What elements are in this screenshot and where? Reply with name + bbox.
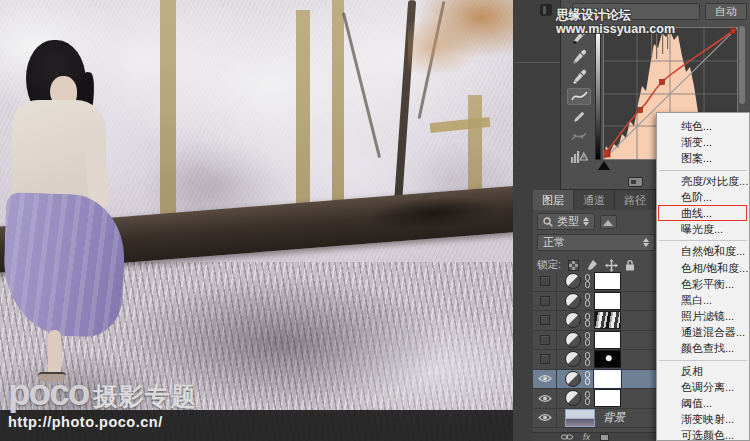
menu-item-pattern[interactable]: 图案... [657,150,749,166]
adjustment-layer-icon [565,273,581,289]
menu-item-color-lookup[interactable]: 颜色查找... [657,340,749,356]
layer-mask-thumbnail[interactable] [594,311,621,329]
histogram-warning-icon[interactable] [567,148,591,165]
clip-to-layer-icon[interactable] [628,177,643,187]
eye-icon [538,413,552,422]
lock-label: 锁定: [537,258,561,272]
mask-link-icon [584,313,591,328]
visibility-toggle[interactable] [533,409,557,428]
adjustment-layer-icon [565,332,581,348]
adjustment-layer-icon [565,371,581,387]
input-gradient-bar [595,27,601,160]
adjustment-layer-icon [565,293,581,309]
menu-item-gradient-map[interactable]: 渐变映射... [657,411,749,427]
mask-link-icon [584,332,591,347]
chevron-updown-icon [583,217,589,226]
hidden-eye-box [540,276,550,286]
menu-item-photo-filter[interactable]: 照片滤镜... [657,308,749,324]
lock-position-icon[interactable] [605,259,618,272]
background-layer-name: 背景 [603,410,625,425]
photoshop-window: 自动 [0,0,750,441]
link-layers-icon[interactable] [561,433,573,441]
gray-point-eyedropper-icon[interactable] [567,48,591,65]
poco-watermark: poco 摄影专题 http://photo.poco.cn/ [8,378,197,430]
visibility-toggle[interactable] [533,389,557,408]
layer-filter-select[interactable]: 类型 [537,213,595,230]
visibility-toggle[interactable] [533,292,557,311]
mask-link-icon [584,352,591,367]
collapsed-panel-icon[interactable] [540,4,552,16]
menu-item-invert[interactable]: 反相 [657,363,749,379]
menu-item-brightness-contrast[interactable]: 亮度/对比度... [657,173,749,189]
mask-link-icon [584,391,591,406]
chevron-updown-icon [643,238,649,247]
menu-item-channel-mixer[interactable]: 通道混合器... [657,324,749,340]
tab-paths[interactable]: 路径 [615,190,656,210]
poco-title: 摄影专题 [93,382,197,410]
adjustment-layer-icon [565,312,581,328]
lock-all-icon[interactable] [625,259,635,271]
menu-item-levels[interactable]: 色阶... [657,189,749,205]
layer-mask-thumbnail[interactable] [594,272,621,290]
layer-mask-thumbnail[interactable] [594,292,621,310]
menu-item-gradient[interactable]: 渐变... [657,134,749,150]
hidden-eye-box [540,354,550,364]
menu-item-posterize[interactable]: 色调分离... [657,379,749,395]
menu-item-selective-color[interactable]: 可选颜色... [657,427,749,441]
search-icon [543,217,553,227]
visibility-toggle[interactable] [533,350,557,369]
mask-link-icon [584,293,591,308]
eye-icon [538,394,552,403]
dock-separator [515,62,560,63]
poco-logo: poco [8,372,88,413]
mask-link-icon [584,274,591,289]
add-mask-icon[interactable] [600,434,609,441]
menu-item-curves-highlighted[interactable]: 曲线... [658,205,747,221]
layer-mask-thumbnail[interactable] [594,389,621,407]
visibility-toggle[interactable] [533,311,557,330]
menu-item-vibrance[interactable]: 自然饱和度... [657,243,749,259]
layer-filter-label: 类型 [557,214,579,229]
panel-scrollbar[interactable] [739,26,745,104]
menu-item-exposure[interactable]: 曝光度... [657,221,749,237]
tab-layers[interactable]: 图层 [533,190,574,210]
eye-icon [538,374,552,383]
forum-watermark: 思缘设计论坛 www.missyuan.com [556,8,750,36]
lock-paint-icon[interactable] [586,259,598,271]
poco-url: http://photo.poco.cn/ [8,414,197,430]
filter-pixel-layers-icon[interactable] [600,215,617,229]
menu-item-black-white[interactable]: 黑白... [657,292,749,308]
blend-mode-select[interactable]: 正常 [537,234,655,251]
menu-item-threshold[interactable]: 阈值... [657,395,749,411]
adjustment-layer-icon [565,390,581,406]
edit-curve-tool-icon[interactable] [567,88,591,105]
layer-mask-thumbnail[interactable] [594,350,621,368]
background-layer-thumbnail[interactable] [565,409,595,427]
menu-item-solid-color[interactable]: 纯色... [657,118,749,134]
hidden-eye-box [540,296,550,306]
pencil-tool-icon[interactable] [567,108,591,125]
layer-mask-thumbnail[interactable] [594,370,621,388]
smooth-curve-icon[interactable] [567,128,591,145]
adjustment-layer-icon [565,351,581,367]
layer-styles-icon[interactable]: fx [583,433,590,441]
lock-transparency-icon[interactable] [568,260,579,271]
white-point-eyedropper-icon[interactable] [567,68,591,85]
menu-item-hue-saturation[interactable]: 色相/饱和度... [657,260,749,276]
blend-mode-value: 正常 [543,235,565,250]
adjustment-layer-menu: 纯色... 渐变... 图案... 亮度/对比度... 色阶... 曲线... … [656,112,750,441]
visibility-toggle[interactable] [533,331,557,350]
visibility-toggle[interactable] [533,272,557,291]
hidden-eye-box [540,335,550,345]
layer-mask-thumbnail[interactable] [594,331,621,349]
mask-link-icon [584,371,591,386]
hidden-eye-box [540,315,550,325]
black-point-slider[interactable] [598,161,610,170]
menu-item-color-balance[interactable]: 色彩平衡... [657,276,749,292]
tab-channels[interactable]: 通道 [574,190,615,210]
curves-tool-column [564,28,594,178]
visibility-toggle[interactable] [533,370,557,389]
